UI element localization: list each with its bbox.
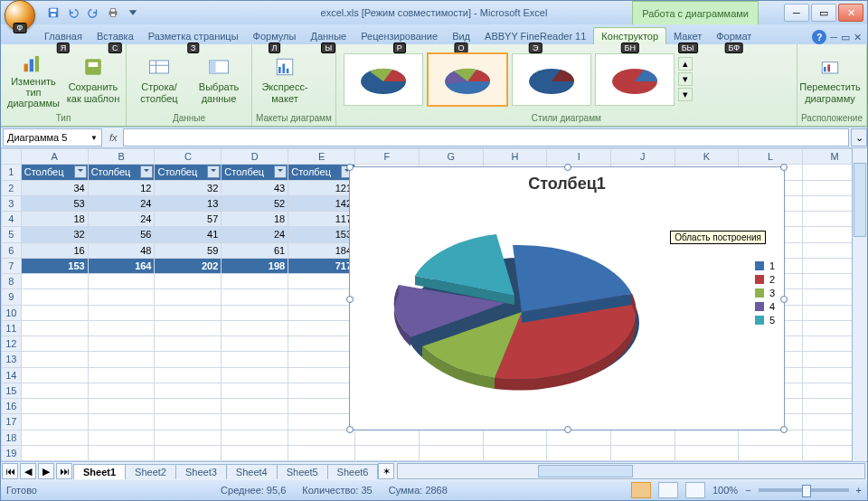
cell[interactable] xyxy=(419,430,483,445)
cell[interactable] xyxy=(288,320,355,336)
cell[interactable] xyxy=(155,274,222,289)
cell[interactable] xyxy=(222,274,288,289)
cell[interactable]: 153 xyxy=(21,258,88,273)
maximize-button[interactable]: ▭ xyxy=(811,4,836,22)
row-header[interactable]: 1 xyxy=(2,165,22,180)
sheet-tab[interactable]: Sheet3 xyxy=(175,464,227,479)
qat-dropdown-icon[interactable] xyxy=(124,4,142,22)
gallery-up-button[interactable]: ▴ xyxy=(678,57,693,71)
column-header[interactable]: B xyxy=(88,149,155,165)
gallery-more-button[interactable]: ▾ xyxy=(678,88,693,101)
cell[interactable]: 121 xyxy=(288,180,355,195)
cell[interactable] xyxy=(222,430,288,445)
column-header[interactable]: D xyxy=(222,149,288,165)
row-header[interactable]: 18 xyxy=(2,430,22,445)
column-header[interactable]: E xyxy=(288,149,355,165)
sheet-tab[interactable]: Sheet4 xyxy=(226,464,278,479)
cell[interactable] xyxy=(222,336,288,352)
cell[interactable]: 13 xyxy=(155,195,222,211)
cell[interactable] xyxy=(155,399,222,414)
cell[interactable] xyxy=(675,445,739,460)
row-header[interactable]: 16 xyxy=(2,399,22,414)
table-header-cell[interactable]: Столбец xyxy=(21,165,88,180)
doc-close-button[interactable]: ✕ xyxy=(854,32,862,43)
cell[interactable] xyxy=(547,430,610,445)
chart-object[interactable]: Столбец1 xyxy=(349,166,785,430)
chart-styles-gallery[interactable]: ▴ ▾ ▾ xyxy=(340,46,793,112)
tab-page-layout[interactable]: Разметка страницыЗ xyxy=(141,28,246,44)
cell[interactable]: 717 xyxy=(288,258,355,273)
column-header[interactable]: G xyxy=(419,149,483,165)
select-all-corner[interactable] xyxy=(2,149,22,165)
chart-legend[interactable]: 12345 xyxy=(755,258,775,328)
row-header[interactable]: 8 xyxy=(2,274,22,289)
cell[interactable] xyxy=(21,305,88,320)
row-header[interactable]: 19 xyxy=(2,445,22,460)
cell[interactable] xyxy=(675,430,739,445)
cell[interactable] xyxy=(288,352,355,367)
cell[interactable] xyxy=(21,336,88,352)
zoom-slider[interactable] xyxy=(759,488,849,492)
column-header[interactable]: I xyxy=(547,149,610,165)
cell[interactable] xyxy=(155,305,222,320)
cell[interactable] xyxy=(21,289,88,305)
cell[interactable] xyxy=(222,289,288,305)
row-header[interactable]: 14 xyxy=(2,367,22,383)
pie-chart-icon[interactable] xyxy=(359,194,684,411)
sheet-tab[interactable]: Sheet1 xyxy=(73,464,126,479)
cell[interactable]: 34 xyxy=(21,180,88,195)
row-header[interactable]: 10 xyxy=(2,305,22,320)
cell[interactable] xyxy=(155,336,222,352)
doc-minimize-button[interactable]: ─ xyxy=(830,32,837,43)
cell[interactable] xyxy=(88,320,155,336)
row-header[interactable]: 15 xyxy=(2,383,22,398)
legend-item[interactable]: 3 xyxy=(755,288,775,298)
cell[interactable] xyxy=(288,383,355,398)
legend-item[interactable]: 1 xyxy=(755,260,775,271)
cell[interactable] xyxy=(21,414,88,430)
cell[interactable] xyxy=(88,289,155,305)
tab-layout[interactable]: МакетБЫ xyxy=(666,28,709,44)
sheet-tab[interactable]: Sheet2 xyxy=(125,464,176,479)
row-header[interactable]: 3 xyxy=(2,195,22,211)
cell[interactable]: 198 xyxy=(222,258,288,273)
cell[interactable] xyxy=(21,430,88,445)
qat-print-icon[interactable] xyxy=(104,4,122,22)
gallery-down-button[interactable]: ▾ xyxy=(678,72,693,86)
sheet-nav-first[interactable]: ⏮ xyxy=(2,463,18,479)
row-header[interactable]: 4 xyxy=(2,212,22,227)
filter-icon[interactable] xyxy=(274,165,287,178)
sheet-tab[interactable]: Sheet5 xyxy=(277,464,328,479)
tab-data[interactable]: ДанныеЫ xyxy=(303,28,354,44)
new-sheet-button[interactable]: ✶ xyxy=(378,463,394,479)
cell[interactable]: 24 xyxy=(88,195,155,211)
style-thumb-4[interactable] xyxy=(595,53,675,106)
cell[interactable] xyxy=(610,445,675,460)
table-header-cell[interactable]: Столбец xyxy=(88,165,155,180)
cell[interactable]: 153 xyxy=(288,227,355,242)
cell[interactable] xyxy=(288,367,355,383)
sheet-nav-prev[interactable]: ◀ xyxy=(20,463,36,479)
cell[interactable] xyxy=(155,367,222,383)
formula-input[interactable] xyxy=(123,128,849,147)
sheet-nav-next[interactable]: ▶ xyxy=(38,463,54,479)
cell[interactable] xyxy=(288,289,355,305)
cell[interactable]: 57 xyxy=(155,212,222,227)
cell[interactable] xyxy=(155,383,222,398)
sheet-tab[interactable]: Sheet6 xyxy=(327,464,379,479)
chart-title[interactable]: Столбец1 xyxy=(350,175,784,194)
cell[interactable]: 117 xyxy=(288,212,355,227)
cell[interactable] xyxy=(21,399,88,414)
column-header[interactable]: A xyxy=(21,149,88,165)
cell[interactable] xyxy=(739,430,803,445)
cell[interactable]: 53 xyxy=(21,195,88,211)
cell[interactable] xyxy=(222,399,288,414)
cell[interactable] xyxy=(155,352,222,367)
column-header[interactable]: L xyxy=(739,149,803,165)
style-thumb-2[interactable] xyxy=(427,52,508,107)
cell[interactable] xyxy=(288,430,355,445)
cell[interactable] xyxy=(610,430,675,445)
cell[interactable] xyxy=(222,445,288,460)
qat-undo-icon[interactable] xyxy=(64,4,82,22)
fx-icon[interactable]: fx xyxy=(104,132,123,143)
